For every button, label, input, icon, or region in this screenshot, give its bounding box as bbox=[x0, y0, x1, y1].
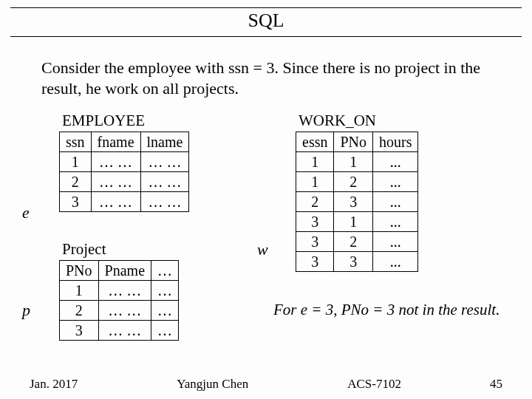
header: SQL bbox=[0, 0, 532, 37]
employee-title: EMPLOYEE bbox=[59, 112, 189, 130]
project-table: PNo Pname … 1 … … … 2 … … … 3 … … … bbox=[59, 260, 179, 341]
col-pname: Pname bbox=[98, 261, 151, 281]
label-e: e bbox=[22, 203, 30, 222]
table-row: 3 1 ... bbox=[296, 212, 418, 232]
employee-table: ssn fname lname 1 … … … … 2 … … … … 3 … … bbox=[59, 132, 189, 212]
footer-author: Yangjun Chen bbox=[177, 377, 248, 392]
col-essn: essn bbox=[296, 132, 334, 152]
workon-section: WORK_ON essn PNo hours 1 1 ... 1 2 ... 2… bbox=[296, 112, 418, 272]
note-text: For e = 3, PNo = 3 not in the result. bbox=[273, 301, 517, 319]
table-head: ssn fname lname bbox=[60, 132, 189, 152]
table-head: PNo Pname … bbox=[60, 261, 179, 281]
footer-date: Jan. 2017 bbox=[30, 377, 78, 392]
table-row: 3 … … … … bbox=[60, 192, 189, 212]
employee-section: EMPLOYEE ssn fname lname 1 … … … … 2 … …… bbox=[59, 112, 189, 212]
label-p: p bbox=[22, 301, 30, 320]
col-extra: … bbox=[151, 261, 179, 281]
label-w: w bbox=[257, 240, 268, 259]
table-row: 3 3 ... bbox=[296, 252, 418, 272]
col-lname: lname bbox=[140, 132, 189, 152]
footer-page: 45 bbox=[490, 377, 502, 392]
table-head: essn PNo hours bbox=[296, 132, 418, 152]
footer: Jan. 2017 Yangjun Chen ACS-7102 45 bbox=[0, 377, 532, 392]
table-row: 2 … … … … bbox=[60, 172, 189, 192]
footer-course: ACS-7102 bbox=[347, 377, 401, 392]
table-row: 1 … … … … bbox=[60, 152, 189, 172]
intro-text: Consider the employee with ssn = 3. Sinc… bbox=[41, 58, 491, 98]
workon-title: WORK_ON bbox=[296, 112, 418, 130]
table-row: 3 … … … bbox=[60, 321, 179, 341]
table-row: 2 3 ... bbox=[296, 192, 418, 212]
col-pno: PNo bbox=[334, 132, 373, 152]
project-section: Project PNo Pname … 1 … … … 2 … … … 3 … … bbox=[59, 240, 179, 341]
project-title: Project bbox=[59, 240, 179, 259]
col-fname: fname bbox=[91, 132, 140, 152]
table-row: 1 2 ... bbox=[296, 172, 418, 192]
table-row: 3 2 ... bbox=[296, 232, 418, 252]
table-row: 1 1 ... bbox=[296, 152, 418, 172]
page-title: SQL bbox=[10, 7, 522, 37]
table-row: 1 … … … bbox=[60, 281, 179, 301]
table-row: 2 … … … bbox=[60, 301, 179, 321]
workon-table: essn PNo hours 1 1 ... 1 2 ... 2 3 ... 3 bbox=[296, 132, 418, 272]
col-hours: hours bbox=[373, 132, 418, 152]
content-area: e p w EMPLOYEE ssn fname lname 1 … … … …… bbox=[0, 107, 532, 358]
col-pno: PNo bbox=[60, 261, 99, 281]
col-ssn: ssn bbox=[60, 132, 92, 152]
